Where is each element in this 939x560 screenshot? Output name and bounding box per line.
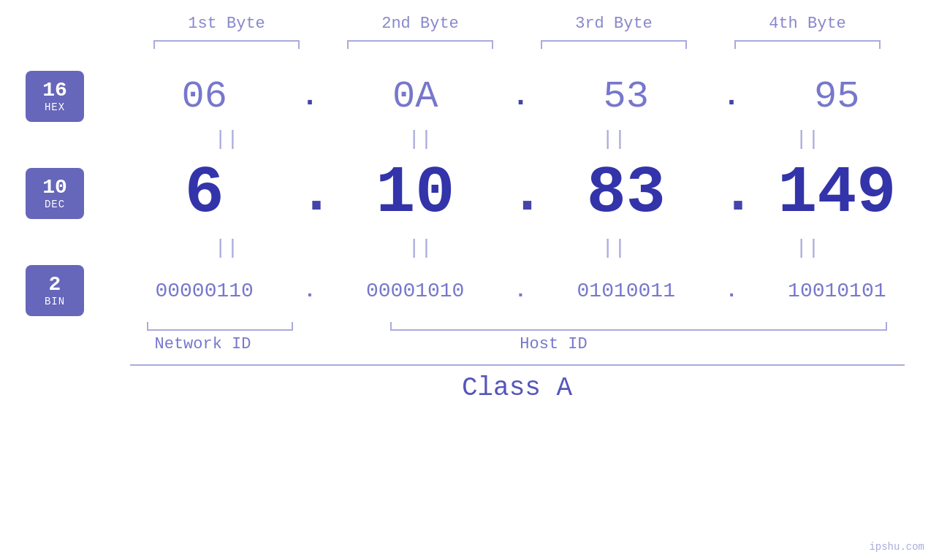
hex-val-3: 53 (604, 75, 649, 118)
equals-row-1: || || || || (130, 122, 905, 156)
hex-byte-3: 53 (546, 75, 707, 118)
eq2-1: || (146, 237, 307, 259)
byte-headers: 1st Byte 2nd Byte 3rd Byte 4th Byte (130, 15, 905, 33)
dec-byte-4: 149 (756, 156, 917, 231)
dec-dot-3: . (721, 161, 742, 227)
bin-byte-4: 10010101 (756, 280, 917, 302)
hex-byte-4: 95 (756, 75, 917, 118)
dec-base-number: 10 (42, 177, 67, 199)
hex-byte-1: 06 (124, 75, 285, 118)
bin-byte-1: 00000110 (124, 280, 285, 302)
bin-byte-2: 00001010 (335, 280, 495, 302)
bin-row: 2 BIN 00000110 . 00001010 . 01010011 . 1… (0, 265, 939, 316)
dec-val-1: 6 (185, 156, 224, 231)
id-labels-row: Network ID Host ID (130, 335, 905, 353)
bin-base-number: 2 (49, 274, 61, 296)
eq-4: || (727, 128, 888, 150)
hex-val-4: 95 (814, 75, 859, 118)
bottom-brackets (130, 322, 905, 331)
eq2-2: || (340, 237, 501, 259)
network-bracket (147, 322, 293, 331)
hex-dot-3: . (721, 80, 742, 113)
dec-byte-1: 6 (124, 156, 285, 231)
top-bracket-4 (734, 40, 881, 49)
class-label: Class A (462, 373, 572, 403)
dec-dot-1: . (299, 161, 321, 227)
top-bracket-2 (347, 40, 493, 49)
bin-dot-1: . (299, 280, 321, 302)
top-bracket-3 (541, 40, 687, 49)
dec-values: 6 . 10 . 83 . 149 (102, 156, 939, 231)
byte-header-4: 4th Byte (723, 15, 892, 33)
top-bracket-1 (153, 40, 300, 49)
dec-val-2: 10 (376, 156, 455, 231)
bin-dot-3: . (721, 280, 742, 302)
bin-val-3: 01010011 (577, 280, 675, 302)
bin-val-2: 00001010 (366, 280, 464, 302)
labels-gap (276, 335, 305, 353)
equals-row-2: || || || || (130, 231, 905, 265)
bin-dot-2: . (509, 280, 531, 302)
byte-header-3: 3rd Byte (530, 15, 698, 33)
hex-row: 16 HEX 06 . 0A . 53 . 95 (0, 71, 939, 122)
bin-val-4: 10010101 (788, 280, 886, 302)
host-bracket (390, 322, 887, 331)
hex-dot-2: . (509, 80, 531, 113)
dec-val-3: 83 (587, 156, 666, 231)
hex-base-text: HEX (45, 101, 65, 113)
eq-2: || (340, 128, 501, 150)
dec-val-4: 149 (778, 156, 896, 231)
bracket-gap (327, 322, 356, 331)
network-id-label: Network ID (130, 335, 276, 353)
byte-header-1: 1st Byte (142, 15, 311, 33)
eq2-3: || (533, 237, 694, 259)
hex-values: 06 . 0A . 53 . 95 (102, 75, 939, 118)
dec-byte-3: 83 (546, 156, 707, 231)
bin-label-box: 2 BIN (26, 265, 84, 316)
dec-dot-2: . (509, 161, 531, 227)
main-container: 1st Byte 2nd Byte 3rd Byte 4th Byte 16 H… (0, 0, 939, 560)
eq2-4: || (727, 237, 888, 259)
hex-val-2: 0A (392, 75, 438, 118)
top-brackets (130, 40, 905, 49)
bin-values: 00000110 . 00001010 . 01010011 . 1001010… (102, 280, 939, 302)
class-footer: Class A (130, 364, 905, 403)
dec-label: 10 DEC (7, 168, 102, 219)
hex-dot-1: . (299, 80, 321, 113)
bin-base-text: BIN (45, 296, 65, 307)
eq-1: || (146, 128, 307, 150)
hex-label: 16 HEX (7, 71, 102, 122)
dec-row: 10 DEC 6 . 10 . 83 . 149 (0, 156, 939, 231)
host-id-label: Host ID (305, 335, 802, 353)
hex-byte-2: 0A (335, 75, 495, 118)
bin-byte-3: 01010011 (546, 280, 707, 302)
byte-header-2: 2nd Byte (336, 15, 504, 33)
hex-val-1: 06 (181, 75, 227, 118)
eq-3: || (533, 128, 694, 150)
dec-base-text: DEC (45, 199, 65, 210)
hex-label-box: 16 HEX (26, 71, 84, 122)
bin-label: 2 BIN (7, 265, 102, 316)
dec-byte-2: 10 (335, 156, 495, 231)
bin-val-1: 00000110 (155, 280, 253, 302)
watermark: ipshu.com (869, 541, 924, 553)
hex-base-number: 16 (42, 80, 67, 102)
dec-label-box: 10 DEC (26, 168, 84, 219)
